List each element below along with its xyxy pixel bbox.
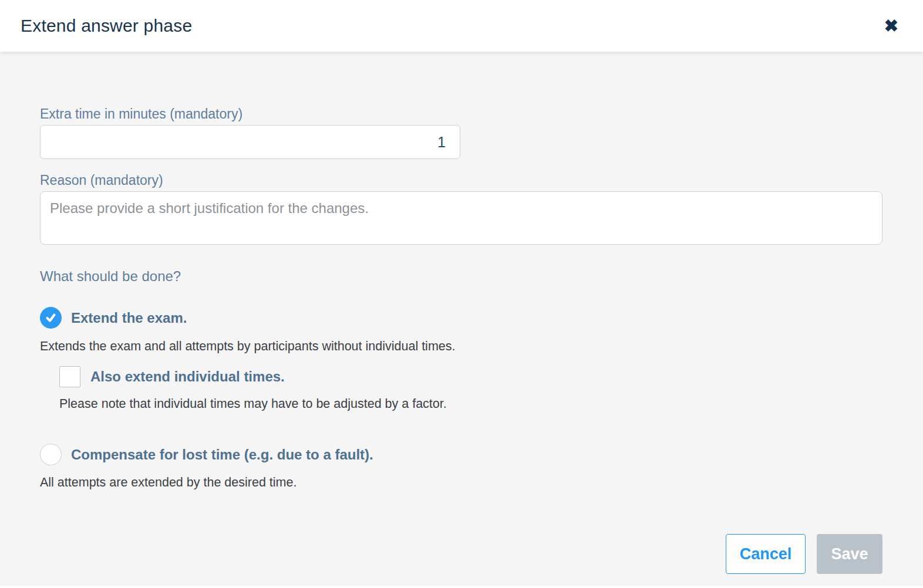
check-icon (45, 312, 57, 324)
radio-checked[interactable] (40, 307, 62, 329)
compensate-description: All attempts are extended by the desired… (40, 475, 882, 490)
close-icon[interactable]: ✖ (882, 15, 901, 37)
extra-time-label: Extra time in minutes (mandatory) (40, 106, 882, 122)
checkbox-unchecked[interactable] (59, 366, 80, 387)
individual-times-note: Please note that individual times may ha… (59, 397, 882, 411)
dialog-body: Extra time in minutes (mandatory) Reason… (0, 52, 923, 588)
extend-answer-phase-dialog: Extend answer phase ✖ Extra time in minu… (0, 0, 923, 588)
reason-label: Reason (mandatory) (40, 173, 882, 188)
checkbox-option-individual-times[interactable]: Also extend individual times. (59, 366, 882, 387)
save-button[interactable]: Save (817, 534, 882, 574)
dialog-bottom-edge (0, 586, 923, 588)
checkbox-label-individual-times[interactable]: Also extend individual times. (90, 369, 285, 385)
radio-option-extend-exam[interactable]: Extend the exam. (40, 307, 882, 329)
dialog-footer: Cancel Save (40, 534, 882, 574)
extend-exam-description: Extends the exam and all attempts by par… (40, 339, 882, 354)
cancel-button[interactable]: Cancel (726, 534, 806, 574)
reason-textarea[interactable] (40, 191, 882, 245)
radio-unchecked[interactable] (40, 444, 62, 465)
dialog-title: Extend answer phase (21, 16, 192, 36)
extra-time-input[interactable] (40, 125, 460, 159)
radio-option-compensate[interactable]: Compensate for lost time (e.g. due to a … (40, 444, 882, 465)
dialog-header: Extend answer phase ✖ (0, 0, 923, 52)
question-heading: What should be done? (40, 268, 882, 285)
radio-label-compensate[interactable]: Compensate for lost time (e.g. due to a … (71, 447, 373, 463)
radio-label-extend-exam[interactable]: Extend the exam. (71, 310, 187, 326)
